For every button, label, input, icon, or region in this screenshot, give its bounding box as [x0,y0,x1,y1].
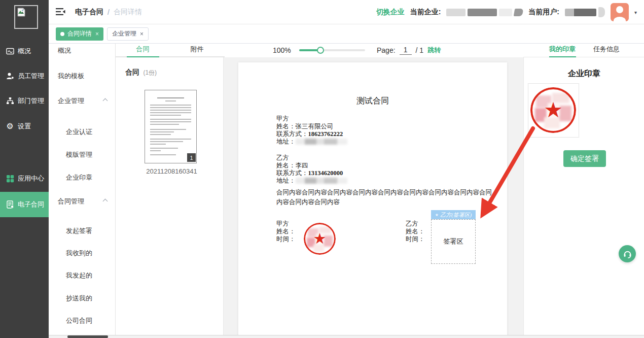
submenu-initiate-sign[interactable]: 发起签署 [66,226,92,235]
sidebar-item-employees[interactable]: 员工管理 [0,63,49,88]
tag-label: 合同详情 [67,29,92,38]
breadcrumb: 电子合同 / 合同详情 [75,0,142,24]
tab-contract[interactable]: 合同 [116,44,170,56]
signature-drop-zone[interactable]: 签署区 [431,219,476,264]
breadcrumb-separator: / [108,8,110,16]
sign-a-time: 时间： [276,235,296,244]
sidebar-item-app-center[interactable]: 应用中心 [0,166,49,191]
slider-knob[interactable] [317,47,324,54]
sidebar-item-label: 设置 [18,122,31,131]
sidebar-item-label: 员工管理 [18,72,44,81]
document-viewport[interactable]: 测试合同 甲方 姓名：张三有限公司 联系方式：18623762222 地址： 乙… [224,57,523,338]
switch-company-link[interactable]: 切换企业 [376,8,405,17]
submenu-company-seal[interactable]: 企业印章 [66,173,92,182]
breadcrumb-current: 合同详情 [114,8,142,17]
sign-zone-label: 签署区 [444,237,463,246]
tag-view-bar: 合同详情 × 企业管理 × [49,24,644,44]
chevron-up-icon[interactable] [103,98,108,102]
sidebar-item-label: 部门管理 [18,96,44,106]
contract-body-text: 合同内容合同内容合同内容合同内容合同内容合同内容合同内容合同内容合同内容合同内容… [276,188,493,207]
page-label: Page: [377,46,396,54]
customer-service-button[interactable] [619,245,636,262]
address-redacted [296,139,347,145]
sidebar-item-departments[interactable]: 部门管理 [0,88,49,113]
tag-company-management[interactable]: 企业管理 × [107,27,149,41]
submenu-my-templates[interactable]: 我的模板 [58,72,84,81]
submenu-company-auth[interactable]: 企业认证 [66,127,92,137]
sidebar-item-settings[interactable]: ⚙ 设置 [0,114,49,139]
party-a-address: 地址： [276,138,347,146]
caret-down-icon[interactable]: ▾ [634,10,637,15]
zoom-slider[interactable] [299,49,365,51]
thumbnail-page-badge: 1 [187,153,196,162]
sidebar-item-label: 概况 [18,47,31,56]
contract-title: 测试合同 [238,96,507,107]
page-navigation: Page: 1 / 1 跳转 [377,44,441,56]
company-seal-item[interactable]: ★ [528,83,579,138]
document-tabs: 合同 附件 [116,44,225,57]
avatar-person-icon [616,6,623,13]
seal-section-title: 企业印章 [524,69,644,79]
thumbnail-panel: 合同 (1份) 1 20211208160341 [116,57,224,338]
horizontal-scrollbar[interactable] [49,335,644,338]
contract-page: 测试合同 甲方 姓名：张三有限公司 联系方式：18623762222 地址： 乙… [238,62,507,338]
scrollbar-thumb[interactable] [67,335,108,338]
overview-icon [6,47,14,55]
sidebar-item-overview[interactable]: 概况 [0,39,49,63]
current-user-redacted [565,7,605,17]
current-company-redacted [446,9,523,16]
sign-zone-tag: ★ 乙方(签署区) [431,210,476,219]
sidebar-collapse-icon[interactable] [56,8,66,16]
jump-link[interactable]: 跳转 [427,46,441,55]
thumbnail-count: (1份) [143,69,157,76]
submenu-initiated[interactable]: 我发起的 [66,271,92,280]
submenu-company-contract[interactable]: 公司合同 [66,316,92,325]
tab-my-seal[interactable]: 我的印章 [549,45,576,54]
tag-contract-detail[interactable]: 合同详情 × [56,27,103,41]
submenu-received[interactable]: 我收到的 [66,249,92,258]
confirm-sign-button[interactable]: 确定签署 [563,150,606,167]
submenu-overview[interactable]: 概况 [58,46,71,55]
broken-image-icon [16,7,26,17]
submenu-cc-me[interactable]: 抄送我的 [66,294,92,303]
close-icon[interactable]: × [140,30,144,38]
employees-icon [6,72,14,80]
address-redacted [296,178,347,184]
user-avatar[interactable] [611,3,629,21]
header-right-group: 切换企业 当前企业: 当前用户: ▾ [376,0,637,24]
primary-sidebar: 概况 员工管理 部门管理 ⚙ 设置 应用中心 [0,0,49,338]
app-window: 概况 员工管理 部门管理 ⚙ 设置 应用中心 [0,0,644,338]
thumbnail-heading: 合同 (1份) [125,67,157,77]
page-total: / 1 [416,46,424,54]
tab-attachment[interactable]: 附件 [170,44,224,56]
headset-icon [623,249,632,259]
close-icon[interactable]: × [95,30,99,38]
tab-task-info[interactable]: 任务信息 [593,45,620,54]
company-logo [14,5,38,29]
breadcrumb-section[interactable]: 电子合同 [75,8,103,17]
submenu-template-mgmt[interactable]: 模版管理 [66,150,92,159]
company-seal-on-document: ★ [304,223,336,255]
app-center-icon [6,174,14,183]
current-user-label: 当前用户: [528,8,559,17]
e-contract-icon [6,200,14,209]
zoom-control: 100% [273,44,365,56]
submenu-contract-mgmt[interactable]: 合同管理 [58,197,84,206]
company-seal-image: ★ [530,87,576,133]
tag-label: 企业管理 [112,29,136,38]
current-company-label: 当前企业: [410,8,441,17]
zoom-value: 100% [273,46,291,54]
secondary-sidebar: 概况 我的模板 企业管理 企业认证 模版管理 企业印章 合同管理 发起签署 我收… [49,44,116,335]
active-dot-icon [60,32,64,36]
viewer-toolbar: 合同 附件 100% Page: 1 / 1 跳转 我的印章 任务信息 [116,44,644,57]
departments-icon [6,96,14,105]
party-b-address: 地址： [276,177,347,185]
sidebar-item-e-contract[interactable]: 电子合同 [0,192,49,217]
page-thumbnail[interactable]: 1 [145,90,197,163]
contract-file-name: 20211208160341 [135,167,208,175]
submenu-company-mgmt[interactable]: 企业管理 [58,96,84,106]
sign-b-time: 时间： [406,235,425,244]
page-number-input[interactable]: 1 [400,46,412,55]
chevron-up-icon[interactable] [103,198,108,202]
seal-panel: 企业印章 ★ 确定签署 [523,57,644,338]
